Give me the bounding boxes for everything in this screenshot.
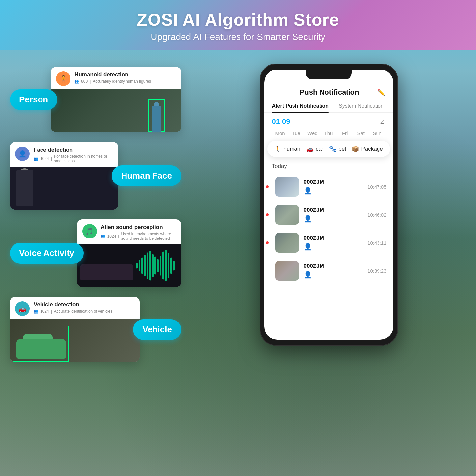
person-card-title: Humanoid detection: [74, 71, 176, 78]
face-separator: |: [51, 156, 52, 161]
notif-sub-2: 👤: [304, 243, 363, 251]
person-separator: |: [90, 79, 91, 84]
voice-image: [77, 244, 181, 287]
notif-info-3: 000ZJM 👤: [304, 263, 363, 279]
person-figure: [152, 106, 161, 132]
notif-time-0: 10:47:05: [367, 184, 386, 190]
notif-time-2: 10:43:11: [367, 240, 386, 246]
voice-card: 🎵 Alien sound perception 👥 1024 | Used i…: [77, 219, 181, 287]
car-icon: 🚗: [306, 145, 314, 153]
notif-item-0[interactable]: 000ZJM 👤 10:47:05: [271, 173, 387, 201]
notif-name-0: 000ZJM: [304, 179, 363, 185]
vehicle-users-icon: 👥: [34, 309, 38, 314]
vehicle-separator: |: [51, 309, 52, 314]
person-scene: [51, 89, 181, 132]
notif-dot-1: [266, 213, 269, 216]
face-card: 👤 Face detection 👥 1024 | For face detec…: [10, 142, 118, 210]
wave-bar-11: [162, 252, 164, 280]
face-icon: 👤: [15, 147, 30, 161]
vehicle-info: Vehicle detection 👥 1024 | Accurate iden…: [34, 301, 134, 314]
filter-pills: 🚶 human 🚗 car 🐾 pet: [267, 141, 390, 157]
face-image: [10, 167, 118, 210]
pet-icon: 🐾: [329, 145, 336, 153]
notif-item-3[interactable]: 000ZJM 👤 10:39:23: [271, 257, 387, 285]
person-icon: 🧍: [56, 71, 70, 86]
filter-icon[interactable]: ⊿: [380, 118, 385, 126]
voice-icon: 🎵: [82, 224, 97, 238]
vehicle-card-title: Vehicle detection: [34, 301, 134, 308]
filter-pet[interactable]: 🐾 pet: [329, 145, 346, 153]
filter-package[interactable]: 📦 Package: [352, 145, 383, 153]
notif-thumb-2: [275, 233, 299, 253]
notif-item-1[interactable]: 000ZJM 👤 10:46:02: [271, 201, 387, 229]
header: ZOSI AI Algorithm Store Upgraded AI Feat…: [0, 0, 476, 50]
notif-time-1: 10:46:02: [367, 212, 386, 218]
notif-sub-0: 👤: [304, 187, 363, 195]
weekdays-row: Mon Tue Wed Thu Fri Sat Sun: [264, 130, 393, 141]
vehicle-users: 1024: [40, 309, 49, 314]
face-users-icon: 👥: [34, 157, 38, 161]
notif-dot-0: [266, 185, 269, 188]
day-mon: Mon: [272, 130, 288, 136]
person-info: Humanoid detection 👥 800 | Accurately id…: [74, 71, 176, 84]
person-image: [51, 89, 181, 132]
notif-thumb-0: [275, 177, 299, 197]
phone-screen: Push Notification ✏️ Alert Push Notifica…: [264, 70, 393, 340]
face-users: 1024: [40, 156, 49, 161]
person-card: 🧍 Humanoid detection 👥 800 | Accurately …: [51, 67, 181, 132]
vehicle-icon: 🚗: [15, 301, 30, 316]
tab-alert-push[interactable]: Alert Push Notification: [272, 100, 329, 112]
face-card-header: 👤 Face detection 👥 1024 | For face detec…: [10, 142, 118, 167]
tab-system-notification[interactable]: System Notification: [339, 100, 384, 112]
wave-bar-8: [154, 257, 156, 275]
voice-meta: 👥 1024 | Used in environments where soun…: [101, 232, 176, 241]
notif-name-1: 000ZJM: [304, 207, 363, 213]
face-feature-row: 👤 Face detection 👥 1024 | For face detec…: [10, 142, 181, 210]
vehicle-image: [10, 319, 140, 362]
wave-bar-4: [144, 255, 146, 276]
content-area: Person 🧍 Humanoid detection 👥 800 | Accu…: [0, 50, 476, 470]
wave-bar-9: [157, 259, 159, 272]
human-label: human: [283, 146, 300, 152]
notif-info-2: 000ZJM 👤: [304, 235, 363, 251]
notif-thumb-3: [275, 261, 299, 281]
push-date: 01 09: [272, 117, 290, 126]
vehicle-feature-row: 🚗 Vehicle detection 👥 1024 | Accurate id…: [10, 297, 181, 362]
filter-car[interactable]: 🚗 car: [306, 145, 323, 153]
face-figure: [16, 170, 33, 206]
phone-panel: Push Notification ✏️ Alert Push Notifica…: [191, 64, 466, 457]
face-info: Face detection 👥 1024 | For face detecti…: [34, 147, 113, 163]
wave-bar-15: [173, 261, 175, 270]
notif-item-2[interactable]: 000ZJM 👤 10:43:11: [271, 229, 387, 257]
face-scene: [10, 167, 118, 210]
vehicle-card-header: 🚗 Vehicle detection 👥 1024 | Accurate id…: [10, 297, 140, 319]
push-title: Push Notification: [282, 88, 377, 97]
waveform: [136, 250, 175, 281]
push-header: Push Notification ✏️: [264, 83, 393, 100]
wave-bar-2: [139, 260, 140, 271]
face-label: Human Face: [112, 165, 181, 186]
car-shape: [80, 264, 133, 280]
vehicle-description: Accurate identification of vehicles: [54, 309, 112, 314]
voice-feature-row: Voice Activity 🎵 Alien sound perception …: [10, 219, 181, 287]
phone-wrapper: Push Notification ✏️ Alert Push Notifica…: [260, 64, 398, 346]
notif-dot-2: [266, 241, 269, 244]
vehicle-meta: 👥 1024 | Accurate identification of vehi…: [34, 309, 134, 314]
day-sat: Sat: [353, 130, 369, 136]
phone-notch: [306, 70, 352, 79]
person-users-icon: 👥: [74, 79, 79, 84]
feature-cards-panel: Person 🧍 Humanoid detection 👥 800 | Accu…: [10, 64, 181, 457]
page-subtitle: Upgraded AI Features for Smarter Securit…: [7, 32, 469, 42]
wave-bar-14: [170, 257, 172, 274]
voice-separator: |: [118, 234, 119, 238]
notif-name-2: 000ZJM: [304, 235, 363, 241]
filter-human[interactable]: 🚶 human: [274, 145, 300, 153]
person-meta: 👥 800 | Accurately identify human figure…: [74, 79, 176, 84]
notif-sub-3: 👤: [304, 271, 363, 279]
edit-icon[interactable]: ✏️: [377, 88, 385, 96]
push-tabs: Alert Push Notification System Notificat…: [264, 100, 393, 113]
notif-info-1: 000ZJM 👤: [304, 207, 363, 223]
wave-bar-13: [168, 253, 169, 278]
notif-sub-1: 👤: [304, 215, 363, 223]
person-label: Person: [10, 89, 57, 110]
